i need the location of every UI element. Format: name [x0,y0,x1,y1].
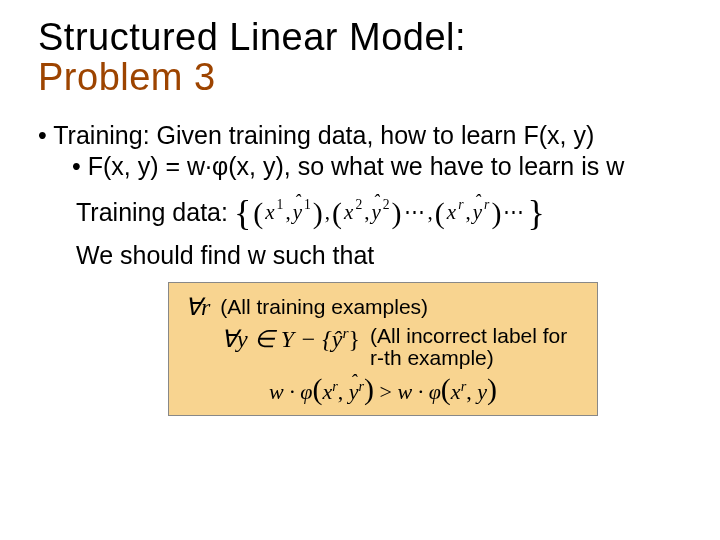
ineq-rhs-wphi: w · φ [398,379,441,404]
paren-left-1: ( [253,201,263,225]
training-data-label: Training data: [76,198,228,227]
ineq-lhs-x: x [322,379,332,404]
math-comma-1: , [285,200,290,225]
inequality: w · φ(xr, yr) > w · φ(xr, y) [185,373,581,405]
forall-y-text: ∀y ∈ Y − {ŷ [221,326,342,352]
brace-left: { [234,199,251,228]
math-x-2: x [344,200,353,225]
math-sup-ra: r [458,197,463,213]
math-sup-1b: 1 [304,197,311,213]
quantifier-forall-y: ∀y ∈ Y − {ŷr} [221,325,360,353]
ineq-lhs-y-sup: r [359,378,365,394]
ineq-gt: > [380,379,392,404]
ineq-rhs-x-sup: r [461,378,467,394]
paren-left-r: ( [435,201,445,225]
math-ellipsis: ⋯ [404,200,426,225]
paren-right-1: ) [313,201,323,225]
ineq-lhs-wphi: w · φ [269,379,312,404]
ineq-rhs-x: x [451,379,461,404]
paren-right-r: ) [491,201,501,225]
ineq-lhs-yhat: y [349,379,359,405]
training-data-row: Training data: { ( x1 , y1 ) , ( x2 , y2… [76,198,682,227]
paren-right-2: ) [392,201,402,225]
math-sep-2: , [428,200,433,225]
math-sup-rb: r [484,197,489,213]
training-data-math: { ( x1 , y1 ) , ( x2 , y2 ) ⋯ , ( xr , y… [234,198,545,227]
math-sep-1: , [325,200,330,225]
note-all-training: (All training examples) [220,296,428,318]
forall-y-sup: r [342,324,348,341]
title-line-1: Structured Linear Model: [38,18,682,58]
title-line-2: Problem 3 [38,58,682,98]
quantifier-forall-r: ∀r [185,293,210,321]
bullet-2: F(x, y) = w·φ(x, y), so what we have to … [72,151,682,182]
ineq-lhs-x-sup: r [332,378,338,394]
math-comma-r: , [466,200,471,225]
slide: Structured Linear Model: Problem 3 Train… [0,0,720,540]
note-incorrect-label: (All incorrect label for r-th example) [370,325,580,369]
bullet-list: Training: Given training data, how to le… [38,120,682,183]
math-comma-2: , [364,200,369,225]
ineq-rhs-y: y [477,379,487,404]
ineq-rhs-close: ) [487,377,497,401]
formula-box: ∀r (All training examples) ∀y ∈ Y − {ŷr}… [168,282,598,416]
forall-y-row: ∀y ∈ Y − {ŷr} (All incorrect label for r… [221,325,581,369]
math-x-1: x [265,200,274,225]
ineq-rhs-open: ( [441,377,451,401]
math-x-r: x [447,200,456,225]
math-yhat-r: y [473,200,482,225]
paren-left-2: ( [332,201,342,225]
math-sup-1a: 1 [277,197,284,213]
math-sup-2b: 2 [383,197,390,213]
bullet-1: Training: Given training data, how to le… [38,120,682,151]
find-w-text: We should find w such that [76,241,682,270]
math-yhat-1: y [293,200,302,225]
forall-y-end: } [349,326,361,352]
brace-right: } [527,199,544,228]
ineq-lhs-close: ) [364,377,374,401]
forall-r-row: ∀r (All training examples) [185,293,581,321]
ineq-lhs-open: ( [312,377,322,401]
math-yhat-2: y [371,200,380,225]
math-ellipsis-2: ⋯ [503,200,525,225]
math-sup-2a: 2 [355,197,362,213]
